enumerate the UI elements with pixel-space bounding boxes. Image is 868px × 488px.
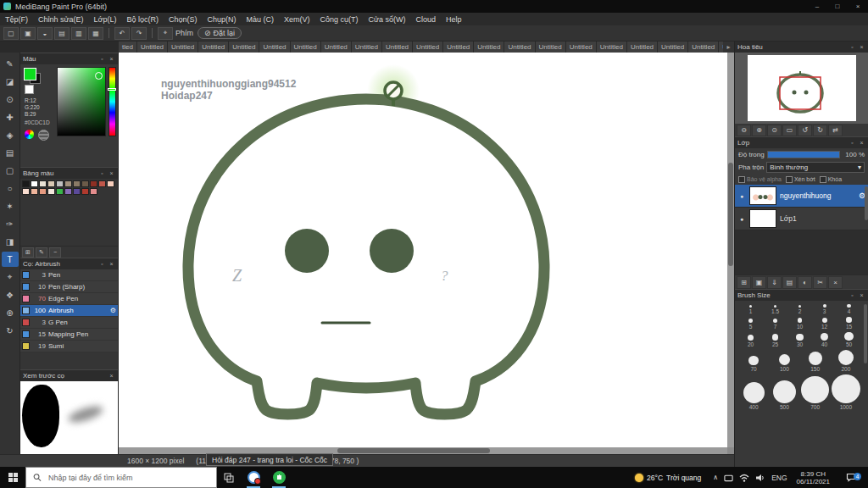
close-panel-icon[interactable]: × — [858, 292, 865, 298]
brush-size-option[interactable]: 3 — [812, 302, 837, 315]
color-sliders-icon[interactable] — [38, 130, 49, 141]
select-eraser-tool[interactable]: ◨ — [2, 234, 19, 249]
language-indicator[interactable]: ENG — [771, 474, 787, 482]
document-tab[interactable]: Untitled — [382, 41, 413, 53]
weather-widget[interactable]: 26°C Trời quang — [628, 467, 708, 488]
brush-item[interactable]: 70Edge Pen — [20, 293, 118, 305]
palette-color-swatch[interactable] — [107, 180, 114, 187]
brush-item[interactable]: 19Sumi — [20, 341, 118, 352]
edit-color-icon[interactable]: ✎ — [36, 247, 47, 258]
menu-item[interactable]: Màu (C) — [242, 15, 280, 24]
move-tool[interactable]: ✚ — [2, 109, 19, 125]
delete-color-icon[interactable]: − — [49, 247, 61, 258]
hidden-icons-chevron[interactable]: ∧ — [713, 474, 718, 481]
snap-grid-icon[interactable]: ▤ — [54, 27, 70, 40]
dock-icon[interactable]: ▫ — [98, 56, 106, 62]
document-tab[interactable]: Untitled — [321, 41, 352, 53]
document-tab[interactable]: Untitled — [137, 41, 168, 53]
taskbar-search[interactable] — [25, 467, 217, 488]
search-input[interactable] — [47, 473, 209, 483]
clear-layer-icon[interactable]: ✂ — [813, 276, 827, 289]
palette-color-swatch[interactable] — [22, 180, 30, 187]
zoom-tool[interactable]: ⊕ — [2, 305, 19, 320]
brush-item[interactable]: 10Pen (Sharp) — [20, 281, 118, 293]
brush-size-option[interactable]: 40 — [812, 331, 837, 348]
palette-color-swatch[interactable] — [22, 188, 30, 195]
opacity-slider[interactable] — [767, 151, 840, 158]
color-picker-ring[interactable] — [95, 72, 103, 80]
delete-layer-icon[interactable]: × — [828, 276, 843, 289]
brush-item[interactable]: 100Airbrush⚙ — [20, 305, 118, 317]
brush-size-option[interactable]: 200 — [831, 348, 861, 373]
brush-size-option[interactable]: 100 — [769, 352, 799, 374]
fit-screen-icon[interactable]: ▭ — [782, 125, 797, 136]
wifi-icon[interactable] — [739, 474, 749, 482]
layer-visibility-icon[interactable]: ● — [737, 193, 746, 199]
brush-size-scrollbar[interactable] — [864, 304, 867, 363]
checkbox-icon[interactable] — [738, 176, 745, 183]
menu-item[interactable]: Công cụ(T) — [315, 15, 364, 24]
transparent-color-swatch[interactable] — [25, 85, 34, 94]
brush-size-option[interactable]: 20 — [738, 333, 763, 348]
new-layer-icon[interactable]: ⊞ — [737, 276, 751, 289]
brush-size-option[interactable]: 4 — [837, 302, 861, 315]
document-tab[interactable]: Untitled — [168, 41, 198, 53]
color-wheel-icon[interactable] — [25, 130, 34, 139]
document-tab[interactable]: Untitled — [597, 41, 627, 53]
add-color-icon[interactable]: ⊞ — [22, 247, 34, 258]
menu-item[interactable]: Tệp(F) — [0, 15, 33, 24]
start-button[interactable] — [0, 467, 25, 488]
brush-size-option[interactable]: 15 — [837, 315, 861, 330]
close-panel-icon[interactable]: × — [108, 170, 115, 176]
palette-color-swatch[interactable] — [81, 180, 89, 187]
brush-size-option[interactable]: 2 — [787, 303, 812, 316]
brush-size-option[interactable]: 10 — [787, 316, 812, 330]
document-tab[interactable]: Untitled — [352, 41, 382, 53]
document-tab[interactable]: Untitled — [504, 41, 535, 53]
palette-color-swatch[interactable] — [31, 188, 38, 195]
foreground-color-swatch[interactable] — [24, 68, 36, 80]
canvas-drawing[interactable]: Z ? — [119, 53, 727, 447]
menu-item[interactable]: Chọn(S) — [164, 15, 203, 24]
layer-folder-icon[interactable]: ▤ — [782, 276, 797, 289]
menu-item[interactable]: Chụp(N) — [203, 15, 242, 24]
document-tab[interactable]: Untitled — [443, 41, 474, 53]
canvas-page[interactable]: Z ? nguyenthihuonggiang94512 Hoidap247 — [119, 53, 727, 447]
brush-size-option[interactable]: 5 — [738, 317, 763, 330]
palette-color-swatch[interactable] — [47, 188, 55, 195]
dock-icon[interactable]: ▫ — [849, 140, 856, 146]
duplicate-layer-icon[interactable]: ▣ — [752, 276, 766, 289]
maximize-button[interactable]: □ — [827, 0, 848, 13]
palette-color-swatch[interactable] — [56, 180, 64, 187]
document-tab[interactable]: Untitled — [229, 41, 259, 53]
brush-size-option[interactable]: 500 — [769, 379, 799, 412]
lock-checkbox[interactable]: Khóa — [820, 176, 842, 183]
select-pen-tool[interactable]: ✑ — [2, 216, 19, 231]
rotate-canvas-tool[interactable]: ↻ — [2, 323, 19, 338]
layer-visibility-icon[interactable]: ● — [737, 216, 746, 222]
flip-view-icon[interactable]: ⇄ — [828, 125, 843, 136]
vertical-scrollbar-thumb[interactable] — [728, 163, 733, 265]
action-center-button[interactable]: 4 — [839, 473, 863, 482]
new-canvas-icon[interactable]: ▢ — [3, 27, 19, 40]
palette-color-swatch[interactable] — [90, 188, 97, 195]
material-panel-icon[interactable]: ▦ — [88, 27, 103, 40]
merge-down-icon[interactable]: ⇓ — [767, 276, 782, 289]
palette-color-swatch[interactable] — [90, 180, 97, 187]
menu-item[interactable]: Bộ lọc(R) — [121, 15, 164, 24]
layer-list-scrollbar[interactable] — [865, 186, 868, 220]
text-tool[interactable]: T — [2, 252, 19, 267]
brush-size-option[interactable]: 12 — [812, 316, 837, 330]
task-view-button[interactable] — [217, 467, 241, 488]
menu-item[interactable]: Xem(V) — [279, 15, 315, 24]
document-tab[interactable]: Untitled — [658, 41, 688, 53]
palette-color-swatch[interactable] — [47, 180, 55, 187]
close-panel-icon[interactable]: × — [858, 140, 865, 146]
palette-color-swatch[interactable] — [64, 188, 72, 195]
hand-tool[interactable]: ❖ — [2, 287, 19, 302]
dock-icon[interactable]: ▫ — [849, 292, 856, 298]
close-panel-icon[interactable]: × — [108, 56, 115, 62]
palette-color-swatch[interactable] — [98, 180, 106, 187]
magic-wand-tool[interactable]: ✶ — [2, 198, 19, 214]
close-panel-icon[interactable]: × — [108, 373, 115, 379]
